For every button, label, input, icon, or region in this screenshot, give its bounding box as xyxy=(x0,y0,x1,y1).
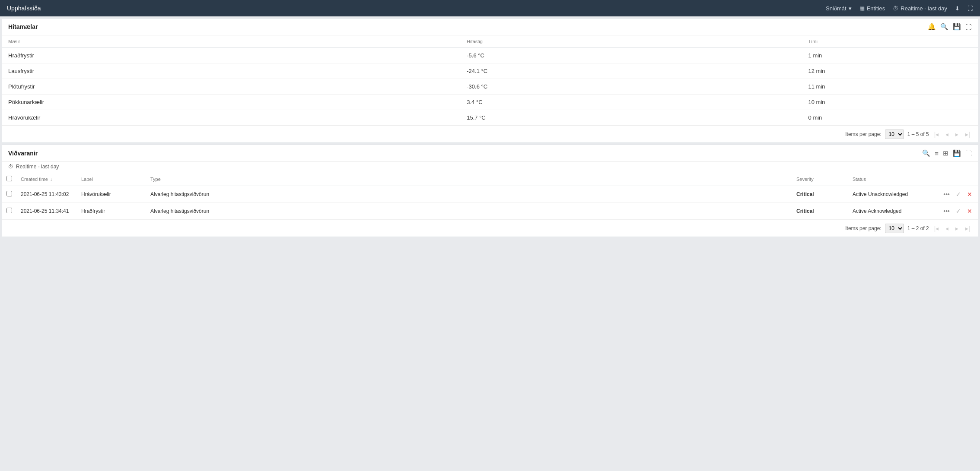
hitastig-cell: -30.6 °C xyxy=(461,79,802,95)
hitastig-cell: -5.6 °C xyxy=(461,48,802,63)
alert-status: Active Acknowledged xyxy=(848,203,935,220)
panel2-actions: 🔍 ≡ ⊞ 💾 ⛶ xyxy=(922,149,972,157)
alert-date: 2021-06-25 11:43:02 xyxy=(16,186,77,203)
alert-row: 2021-06-25 11:34:41 Hraðfrystir Alvarleg… xyxy=(2,203,978,220)
expand2-icon[interactable]: ⛶ xyxy=(965,150,972,157)
vidvaranir-panel: Viðvaranir 🔍 ≡ ⊞ 💾 ⛶ ⏱ Realtime - last d… xyxy=(2,145,978,237)
prev-page-btn[interactable]: ◂ xyxy=(944,130,950,139)
snidmat-menu[interactable]: Sniðmát ▾ xyxy=(826,5,852,12)
prev-page2-btn[interactable]: ◂ xyxy=(944,224,950,233)
top-nav-actions: Sniðmát ▾ ▦ Entities ⏱ Realtime - last d… xyxy=(826,5,973,12)
alert-label: Hraðfrystir xyxy=(77,203,146,220)
select-all-col xyxy=(2,172,16,186)
realtime-filter[interactable]: ⏱ Realtime - last day xyxy=(893,5,947,12)
hitamaelar-table: Mælir Hitastig Tími Hraðfrystir -5.6 °C … xyxy=(2,35,978,126)
vidvaranir-table: Created time ↓ Label Type Severity Statu… xyxy=(2,172,978,220)
alert-severity: Critical xyxy=(792,203,848,220)
acknowledge-btn[interactable]: ✓ xyxy=(955,207,962,215)
col-actions-header xyxy=(935,172,978,186)
table-row: Plötufrystir -30.6 °C 11 min xyxy=(2,79,978,95)
row-checkbox-cell xyxy=(2,186,16,203)
hitastig-cell: -24.1 °C xyxy=(461,63,802,79)
save2-icon[interactable]: 💾 xyxy=(953,149,961,157)
items-per-page-select[interactable]: 10 25 50 xyxy=(885,130,904,139)
clock2-icon: ⏱ xyxy=(8,164,13,170)
fullscreen-icon: ⛶ xyxy=(967,5,973,12)
next-page-btn[interactable]: ▸ xyxy=(954,130,960,139)
table-row: Pökkunarkælir 3.4 °C 10 min xyxy=(2,95,978,110)
last-page2-btn[interactable]: ▸| xyxy=(964,224,972,233)
save-icon[interactable]: 💾 xyxy=(953,23,961,31)
col-status-header: Status xyxy=(848,172,935,186)
items-per-page-select2[interactable]: 10 25 50 xyxy=(885,224,904,233)
fullscreen-button[interactable]: ⛶ xyxy=(967,5,973,12)
clock-icon: ⏱ xyxy=(893,5,898,12)
maelir-cell: Pökkunarkælir xyxy=(2,95,461,110)
col-severity-header: Severity xyxy=(792,172,848,186)
maelir-cell: Hraðfrystir xyxy=(2,48,461,63)
table-header-row: Mælir Hitastig Tími xyxy=(2,35,978,48)
first-page2-btn[interactable]: |◂ xyxy=(932,224,941,233)
panel2-pagination: Items per page: 10 25 50 1 – 2 of 2 |◂ ◂… xyxy=(2,220,978,237)
alert-date: 2021-06-25 11:34:41 xyxy=(16,203,77,220)
table-row: Lausfrystir -24.1 °C 12 min xyxy=(2,63,978,79)
col-type-header: Type xyxy=(146,172,792,186)
panel1-header: Hitamælar 🔔 🔍 💾 ⛶ xyxy=(2,19,978,35)
expand-icon[interactable]: ⛶ xyxy=(965,23,972,31)
row-checkbox[interactable] xyxy=(6,191,12,196)
timi-cell: 11 min xyxy=(802,79,978,95)
columns-icon[interactable]: ⊞ xyxy=(943,149,948,157)
col-created-time[interactable]: Created time ↓ xyxy=(16,172,77,186)
more-options-btn[interactable]: ••• xyxy=(942,190,951,199)
alert-table-header: Created time ↓ Label Type Severity Statu… xyxy=(2,172,978,186)
row-checkbox[interactable] xyxy=(6,208,12,213)
sort-desc-icon: ↓ xyxy=(50,177,52,182)
acknowledge-btn[interactable]: ✓ xyxy=(955,190,962,199)
hitastig-cell: 3.4 °C xyxy=(461,95,802,110)
app-title: Upphafssíða xyxy=(7,5,41,12)
more-options-btn[interactable]: ••• xyxy=(942,207,951,215)
alert-row: 2021-06-25 11:43:02 Hrávörukælir Alvarle… xyxy=(2,186,978,203)
timi-cell: 10 min xyxy=(802,95,978,110)
alert-type: Alvarleg hitastigsviðvörun xyxy=(146,186,792,203)
panel1-title: Hitamælar xyxy=(8,23,38,30)
table-row: Hraðfrystir -5.6 °C 1 min xyxy=(2,48,978,63)
alert-type: Alvarleg hitastigsviðvörun xyxy=(146,203,792,220)
bell-icon[interactable]: 🔔 xyxy=(928,23,936,31)
entities-link[interactable]: ▦ Entities xyxy=(859,5,885,12)
col-hitastig: Hitastig xyxy=(461,35,802,48)
panel1-pagination: Items per page: 10 25 50 1 – 5 of 5 |◂ ◂… xyxy=(2,126,978,142)
filter-icon[interactable]: ≡ xyxy=(935,150,939,157)
dismiss-btn[interactable]: ✕ xyxy=(966,207,974,215)
search2-icon[interactable]: 🔍 xyxy=(922,149,930,157)
panel2-subheader: ⏱ Realtime - last day xyxy=(2,162,978,172)
alert-status: Active Unacknowledged xyxy=(848,186,935,203)
top-navbar: Upphafssíða Sniðmát ▾ ▦ Entities ⏱ Realt… xyxy=(0,0,980,16)
realtime-label: Realtime - last day xyxy=(900,5,947,12)
col-timi: Tími xyxy=(802,35,978,48)
table-row: Hrávörukælir 15.7 °C 0 min xyxy=(2,110,978,126)
col-maelir: Mælir xyxy=(2,35,461,48)
panel2-realtime-label: Realtime - last day xyxy=(16,164,59,170)
panel2-title: Viðvaranir xyxy=(8,150,38,157)
search-icon[interactable]: 🔍 xyxy=(940,23,948,31)
hitastig-cell: 15.7 °C xyxy=(461,110,802,126)
page-range2: 1 – 2 of 2 xyxy=(907,225,929,231)
items-per-page-label2: Items per page: xyxy=(845,225,881,231)
select-all-checkbox[interactable] xyxy=(6,176,12,181)
row-checkbox-cell xyxy=(2,203,16,220)
entities-label: Entities xyxy=(867,5,885,12)
timi-cell: 1 min xyxy=(802,48,978,63)
download-button[interactable]: ⬇ xyxy=(955,5,960,12)
page-range: 1 – 5 of 5 xyxy=(907,131,929,137)
main-content: Hitamælar 🔔 🔍 💾 ⛶ Mælir Hitastig Tími Hr… xyxy=(0,16,980,239)
hitamaelar-panel: Hitamælar 🔔 🔍 💾 ⛶ Mælir Hitastig Tími Hr… xyxy=(2,18,978,143)
last-page-btn[interactable]: ▸| xyxy=(964,130,972,139)
next-page2-btn[interactable]: ▸ xyxy=(954,224,960,233)
first-page-btn[interactable]: |◂ xyxy=(932,130,941,139)
timi-cell: 12 min xyxy=(802,63,978,79)
maelir-cell: Plötufrystir xyxy=(2,79,461,95)
panel2-header: Viðvaranir 🔍 ≡ ⊞ 💾 ⛶ xyxy=(2,145,978,162)
dismiss-btn[interactable]: ✕ xyxy=(966,190,974,199)
alert-row-actions: ••• ✓ ✕ xyxy=(935,186,978,203)
